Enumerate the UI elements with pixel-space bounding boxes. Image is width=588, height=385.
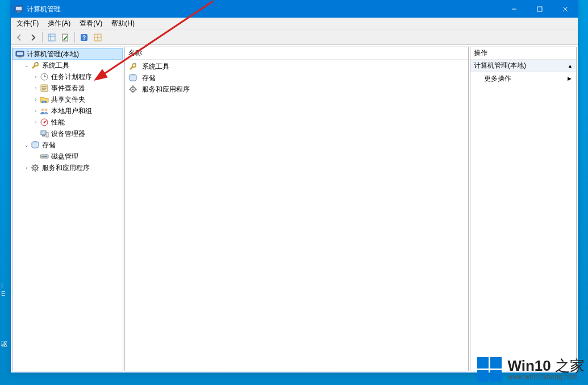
svg-rect-35 bbox=[42, 135, 45, 136]
show-hide-tree-button[interactable] bbox=[45, 31, 58, 44]
toolbar-separator bbox=[42, 32, 43, 43]
shared-folder-icon bbox=[40, 95, 49, 104]
svg-rect-17 bbox=[17, 52, 23, 55]
close-button[interactable] bbox=[552, 1, 578, 18]
svg-rect-1 bbox=[16, 7, 22, 10]
menu-action[interactable]: 操作(A) bbox=[43, 18, 75, 30]
actions-more[interactable]: 更多操作 ▶ bbox=[470, 72, 576, 85]
chevron-up-icon: ▲ bbox=[568, 63, 573, 69]
svg-rect-40 bbox=[44, 156, 47, 157]
list-item[interactable]: 系统工具 bbox=[127, 61, 466, 72]
tree-shared-folders[interactable]: › 共享文件夹 bbox=[12, 94, 123, 105]
watermark-suffix: 之家 bbox=[551, 357, 585, 374]
list-item-label: 系统工具 bbox=[142, 62, 169, 72]
navigation-tree-pane: 计算机管理(本地) ⌄ 系统工具 › 任务计划程序 › 事件查看器 bbox=[12, 47, 123, 371]
forward-button[interactable] bbox=[27, 31, 39, 44]
collapse-icon[interactable]: ⌄ bbox=[23, 142, 31, 148]
actions-pane: 操作 计算机管理(本地) ▲ 更多操作 ▶ bbox=[470, 47, 577, 371]
tree-label: 共享文件夹 bbox=[51, 95, 85, 105]
svg-rect-2 bbox=[17, 11, 20, 13]
svg-rect-36 bbox=[46, 133, 48, 137]
view-button[interactable] bbox=[91, 31, 104, 44]
menubar: 文件(F) 操作(A) 查看(V) 帮助(H) bbox=[11, 18, 578, 30]
tree-label: 磁盘管理 bbox=[51, 152, 78, 162]
properties-button[interactable] bbox=[59, 31, 72, 44]
tree-label: 本地用户和组 bbox=[51, 106, 92, 116]
window-title: 计算机管理 bbox=[27, 5, 501, 14]
menu-view[interactable]: 查看(V) bbox=[75, 18, 107, 30]
minimize-button[interactable] bbox=[501, 1, 527, 18]
actions-more-label: 更多操作 bbox=[484, 74, 511, 84]
svg-rect-7 bbox=[48, 34, 55, 41]
desktop-label: I bbox=[1, 282, 3, 289]
tree-local-users[interactable]: › 本地用户和组 bbox=[12, 105, 123, 117]
actions-section[interactable]: 计算机管理(本地) ▲ bbox=[470, 60, 576, 72]
computer-icon bbox=[15, 49, 24, 59]
svg-rect-18 bbox=[18, 56, 22, 57]
watermark: Win10 之家 www.win10xitong.com bbox=[477, 357, 585, 382]
list-item-label: 存储 bbox=[142, 73, 156, 83]
list-item[interactable]: 服务和应用程序 bbox=[127, 84, 466, 95]
expand-icon[interactable]: › bbox=[32, 85, 40, 91]
tree-label: 设备管理器 bbox=[51, 129, 85, 139]
collapse-icon[interactable]: ⌄ bbox=[23, 63, 31, 68]
arrow-right-icon: ▶ bbox=[568, 76, 572, 81]
expand-icon[interactable]: › bbox=[32, 74, 40, 80]
tree-event-viewer[interactable]: › 事件查看器 bbox=[12, 82, 123, 94]
svg-point-33 bbox=[44, 122, 45, 123]
actions-header: 操作 bbox=[470, 47, 576, 60]
expand-icon[interactable]: › bbox=[32, 108, 40, 114]
storage-icon bbox=[31, 140, 40, 150]
content-area: 计算机管理(本地) ⌄ 系统工具 › 任务计划程序 › 事件查看器 bbox=[11, 45, 578, 372]
svg-point-29 bbox=[41, 109, 44, 111]
detail-pane: 名称 系统工具 存储 服务和应用程序 bbox=[124, 47, 469, 371]
column-header-name[interactable]: 名称 bbox=[125, 47, 468, 60]
tree-disk-management[interactable]: 磁盘管理 bbox=[12, 151, 123, 162]
disk-icon bbox=[40, 152, 49, 161]
tree-label: 服务和应用程序 bbox=[42, 163, 90, 173]
clock-icon bbox=[40, 72, 49, 81]
toolbar-separator bbox=[74, 32, 75, 43]
app-icon bbox=[14, 5, 23, 14]
svg-point-27 bbox=[41, 101, 44, 103]
menu-file[interactable]: 文件(F) bbox=[12, 18, 43, 30]
tools-icon bbox=[128, 62, 137, 71]
svg-rect-34 bbox=[41, 131, 46, 135]
tree-performance[interactable]: › 性能 bbox=[12, 117, 123, 128]
toolbar: ? bbox=[11, 30, 578, 45]
watermark-brand: Win10 bbox=[507, 357, 551, 374]
svg-rect-4 bbox=[537, 7, 542, 11]
menu-help[interactable]: 帮助(H) bbox=[107, 18, 139, 30]
svg-text:?: ? bbox=[82, 35, 86, 41]
tree-label: 事件查看器 bbox=[51, 84, 85, 93]
maximize-button[interactable] bbox=[527, 1, 552, 18]
tree-device-manager[interactable]: 设备管理器 bbox=[12, 128, 123, 139]
back-button[interactable] bbox=[13, 31, 26, 44]
titlebar: 计算机管理 bbox=[11, 1, 578, 18]
list-item[interactable]: 存储 bbox=[127, 72, 466, 84]
tree-label: 存储 bbox=[42, 140, 56, 150]
tree-services-apps[interactable]: › 服务和应用程序 bbox=[12, 162, 123, 173]
tree-storage[interactable]: ⌄ 存储 bbox=[12, 139, 123, 151]
expand-icon[interactable]: › bbox=[32, 97, 40, 102]
watermark-url: www.win10xitong.com bbox=[507, 374, 585, 381]
tree-task-scheduler[interactable]: › 任务计划程序 bbox=[12, 71, 123, 82]
expand-icon[interactable]: › bbox=[32, 119, 40, 125]
users-icon bbox=[40, 106, 49, 115]
help-button[interactable]: ? bbox=[78, 31, 90, 44]
event-log-icon bbox=[40, 84, 49, 93]
device-icon bbox=[40, 129, 49, 138]
expand-icon[interactable]: › bbox=[23, 165, 31, 171]
svg-point-46 bbox=[132, 89, 134, 90]
tree-label: 系统工具 bbox=[42, 61, 69, 71]
tree-system-tools[interactable]: ⌄ 系统工具 bbox=[12, 60, 123, 71]
desktop-label: 驱 bbox=[1, 340, 7, 349]
performance-icon bbox=[40, 118, 49, 127]
windows-logo-icon bbox=[477, 357, 502, 382]
tree-root-label: 计算机管理(本地) bbox=[27, 49, 79, 59]
services-icon bbox=[128, 85, 137, 94]
tools-icon bbox=[31, 61, 40, 70]
tree-root[interactable]: 计算机管理(本地) bbox=[12, 48, 123, 60]
tree-label: 任务计划程序 bbox=[51, 72, 92, 82]
list-item-label: 服务和应用程序 bbox=[142, 85, 190, 94]
